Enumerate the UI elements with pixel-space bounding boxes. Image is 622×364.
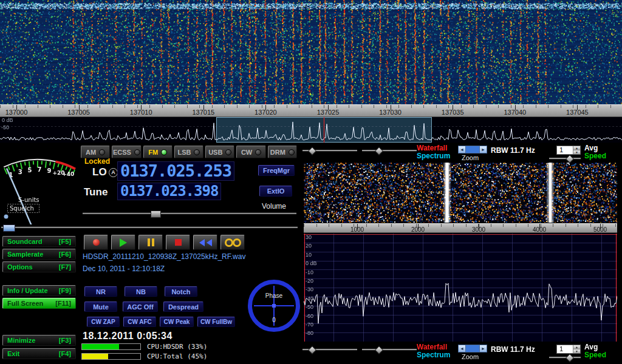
info-update-button[interactable]: Info / Update [F9] (2, 285, 76, 296)
audio-waterfall-display[interactable] (304, 163, 617, 223)
spectrum-tab[interactable]: Spectrum (417, 351, 450, 359)
main-spectrum-display[interactable]: 0 dB -50 (0, 117, 622, 143)
squelch-slider-handle[interactable] (3, 224, 15, 232)
spin-up-icon[interactable]: ▲ (573, 146, 580, 150)
db-tick-label: -20 (306, 278, 313, 284)
lo-frequency-display[interactable]: 0137.025.253 (117, 161, 234, 181)
button-label: Soundcard (7, 238, 42, 245)
speed-slider[interactable] (549, 354, 581, 361)
db-tick-label: -70 (306, 322, 313, 328)
mute-button[interactable]: Mute (84, 302, 117, 312)
waterfall-brightness-slider[interactable] (302, 147, 357, 154)
record-button[interactable] (84, 235, 108, 250)
avg-combo[interactable]: 1 ▲ ▼ (556, 345, 581, 354)
zoom-scrollbar[interactable]: ◄ ► (458, 345, 487, 352)
spin-down-icon[interactable]: ▼ (573, 349, 580, 353)
mode-led (99, 149, 105, 155)
zoom-scroll-track[interactable] (466, 146, 479, 153)
audio-frequency-ruler[interactable]: 10002000300040005000 (304, 223, 617, 233)
frequency-tick-label: 3000 (472, 226, 485, 233)
spectrum-range-slider[interactable] (362, 346, 417, 353)
fullscreen-button[interactable]: Full Screen [F11] (2, 298, 76, 309)
slider-knob[interactable] (308, 147, 316, 155)
rbw-readout: RBW 11.7 Hz (491, 345, 535, 354)
play-icon (120, 238, 127, 247)
rewind-icon (207, 239, 212, 246)
avg-combo-spinner[interactable]: ▲ ▼ (573, 146, 580, 154)
avg-combo-spinner[interactable]: ▲ ▼ (573, 345, 580, 353)
zoom-right-arrow-icon[interactable]: ► (479, 345, 487, 352)
audio-spectrum-canvas[interactable] (304, 234, 617, 342)
db-tick-label: -40 (306, 295, 313, 302)
options-button[interactable]: Options [F7] (2, 261, 76, 272)
slider-knob[interactable] (566, 354, 574, 362)
mode-button-fm[interactable]: FM (143, 146, 173, 158)
mode-button-drm[interactable]: DRM (268, 146, 297, 158)
cw-zap-button[interactable]: CW ZAP (87, 317, 120, 327)
play-button[interactable] (111, 235, 135, 250)
cw-fullbw-button[interactable]: CW FullBw (197, 317, 235, 327)
speed-slider[interactable] (549, 155, 581, 162)
mode-label: FM (148, 149, 158, 156)
zoom-scroll-track[interactable] (466, 345, 479, 352)
mode-button-lsb[interactable]: LSB (174, 146, 203, 158)
mode-button-usb[interactable]: USB (205, 146, 234, 158)
mode-button-cw[interactable]: CW (236, 146, 265, 158)
volume-slider-handle[interactable] (151, 211, 161, 218)
zoom-right-arrow-icon[interactable]: ► (479, 146, 487, 153)
minimize-button[interactable]: Minimize [F3] (2, 335, 76, 346)
phase-dial[interactable]: Phase 0 (248, 280, 300, 332)
mode-button-ecss[interactable]: ECSS (112, 146, 141, 158)
right-bottom-control-bar: Waterfall Spectrum ◄ ► Zoom RBW 11.7 Hz … (299, 343, 622, 360)
nr-button[interactable]: NR (84, 286, 117, 297)
spin-up-icon[interactable]: ▲ (573, 345, 580, 349)
soundcard-button[interactable]: Soundcard [F5] (2, 236, 76, 247)
freqmgr-button[interactable]: FreqMgr (258, 165, 295, 176)
db-tick-label: -50 (306, 304, 313, 310)
zoom-left-arrow-icon[interactable]: ◄ (458, 146, 466, 153)
tune-frequency-display[interactable]: 0137.023.398 (117, 183, 221, 200)
extio-button[interactable]: ExtIO (259, 186, 292, 197)
samplerate-button[interactable]: Samplerate [F6] (2, 249, 76, 260)
volume-slider[interactable] (83, 210, 296, 217)
main-spectrum-canvas[interactable] (0, 117, 622, 143)
db-tick-label: 20 (306, 243, 312, 249)
audio-spectrum-display[interactable]: 3020100 dB-10-20-30-40-50-60-70-80 (304, 234, 617, 342)
mode-led (194, 149, 200, 155)
stop-button[interactable] (166, 235, 190, 250)
main-waterfall-display[interactable] (0, 0, 622, 104)
record-icon (93, 239, 100, 246)
nb-button[interactable]: NB (125, 286, 157, 297)
cw-peak-button[interactable]: CW Peak (160, 317, 194, 327)
slider-knob[interactable] (374, 147, 383, 155)
despread-button[interactable]: Despread (163, 302, 203, 312)
exit-button[interactable]: Exit [F4] (2, 348, 76, 359)
main-frequency-ruler[interactable]: 1370001370051370101370151370201370251370… (0, 104, 622, 117)
recording-timestamp: Dec 10, 2011 - 12:10:18Z (83, 265, 165, 273)
waterfall-contrast-slider[interactable] (362, 147, 417, 154)
agc-off-button[interactable]: AGC Off (123, 302, 158, 312)
spectrum-ref-slider[interactable] (302, 346, 357, 353)
zoom-scrollbar[interactable]: ◄ ► (458, 146, 487, 153)
frequency-tick-label: 137015 (192, 109, 214, 116)
zoom-left-arrow-icon[interactable]: ◄ (458, 345, 466, 352)
cw-afc-button[interactable]: CW AFC (123, 317, 156, 327)
spectrum-tab[interactable]: Spectrum (417, 152, 450, 160)
spin-down-icon[interactable]: ▼ (573, 150, 580, 154)
notch-button[interactable]: Notch (165, 286, 197, 297)
slider-knob[interactable] (308, 346, 316, 354)
frequency-tick-label: 137020 (255, 109, 277, 116)
loop-button[interactable] (220, 235, 245, 250)
pause-button[interactable] (138, 235, 163, 250)
avg-combo[interactable]: 1 ▲ ▼ (556, 146, 581, 155)
slider-knob[interactable] (374, 346, 383, 354)
rewind-button[interactable] (193, 235, 217, 250)
vfo-a-badge[interactable]: A (109, 168, 118, 177)
button-hotkey: [F11] (55, 300, 71, 307)
mode-button-am[interactable]: AM (81, 146, 110, 158)
rewind-icon (199, 239, 205, 246)
slider-knob[interactable] (566, 155, 574, 163)
zoom-label: Zoom (462, 154, 479, 161)
squelch-slider[interactable] (1, 224, 298, 231)
mode-label: CW (241, 149, 252, 156)
